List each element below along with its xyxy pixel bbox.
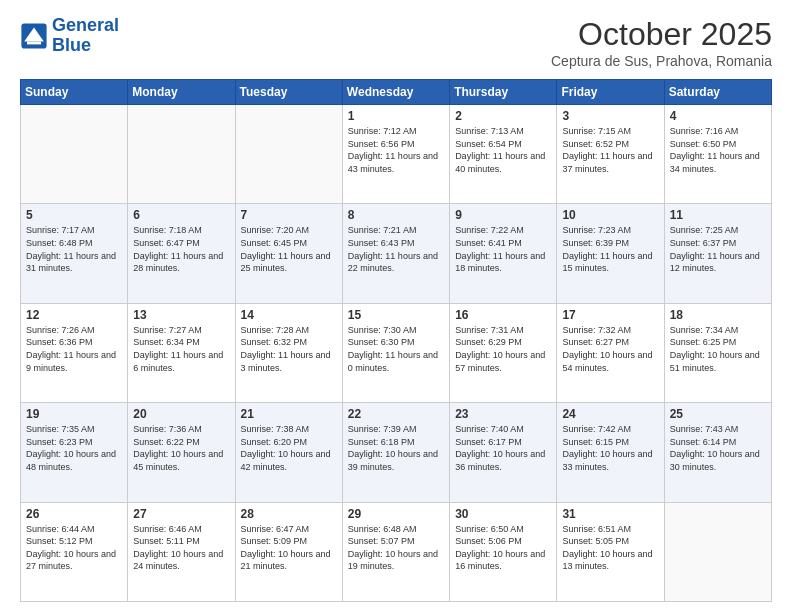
day-cell-31: 31Sunrise: 6:51 AM Sunset: 5:05 PM Dayli…	[557, 502, 664, 601]
day-cell-30: 30Sunrise: 6:50 AM Sunset: 5:06 PM Dayli…	[450, 502, 557, 601]
day-cell-7: 7Sunrise: 7:20 AM Sunset: 6:45 PM Daylig…	[235, 204, 342, 303]
day-cell-23: 23Sunrise: 7:40 AM Sunset: 6:17 PM Dayli…	[450, 403, 557, 502]
day-cell-18: 18Sunrise: 7:34 AM Sunset: 6:25 PM Dayli…	[664, 303, 771, 402]
day-number: 1	[348, 109, 444, 123]
day-number: 6	[133, 208, 229, 222]
day-number: 12	[26, 308, 122, 322]
day-cell-17: 17Sunrise: 7:32 AM Sunset: 6:27 PM Dayli…	[557, 303, 664, 402]
day-cell-21: 21Sunrise: 7:38 AM Sunset: 6:20 PM Dayli…	[235, 403, 342, 502]
day-info: Sunrise: 6:48 AM Sunset: 5:07 PM Dayligh…	[348, 523, 444, 573]
logo-general: General	[52, 15, 119, 35]
day-cell-28: 28Sunrise: 6:47 AM Sunset: 5:09 PM Dayli…	[235, 502, 342, 601]
weekday-header-saturday: Saturday	[664, 80, 771, 105]
day-info: Sunrise: 7:40 AM Sunset: 6:17 PM Dayligh…	[455, 423, 551, 473]
day-info: Sunrise: 7:18 AM Sunset: 6:47 PM Dayligh…	[133, 224, 229, 274]
day-cell-2: 2Sunrise: 7:13 AM Sunset: 6:54 PM Daylig…	[450, 105, 557, 204]
day-info: Sunrise: 7:12 AM Sunset: 6:56 PM Dayligh…	[348, 125, 444, 175]
calendar-table: SundayMondayTuesdayWednesdayThursdayFrid…	[20, 79, 772, 602]
day-cell-3: 3Sunrise: 7:15 AM Sunset: 6:52 PM Daylig…	[557, 105, 664, 204]
day-info: Sunrise: 7:32 AM Sunset: 6:27 PM Dayligh…	[562, 324, 658, 374]
empty-cell	[235, 105, 342, 204]
day-info: Sunrise: 7:30 AM Sunset: 6:30 PM Dayligh…	[348, 324, 444, 374]
week-row-2: 5Sunrise: 7:17 AM Sunset: 6:48 PM Daylig…	[21, 204, 772, 303]
header: General Blue October 2025 Ceptura de Sus…	[20, 16, 772, 69]
day-number: 8	[348, 208, 444, 222]
day-info: Sunrise: 7:15 AM Sunset: 6:52 PM Dayligh…	[562, 125, 658, 175]
day-cell-16: 16Sunrise: 7:31 AM Sunset: 6:29 PM Dayli…	[450, 303, 557, 402]
day-info: Sunrise: 7:36 AM Sunset: 6:22 PM Dayligh…	[133, 423, 229, 473]
day-info: Sunrise: 7:34 AM Sunset: 6:25 PM Dayligh…	[670, 324, 766, 374]
day-number: 25	[670, 407, 766, 421]
day-number: 5	[26, 208, 122, 222]
day-cell-5: 5Sunrise: 7:17 AM Sunset: 6:48 PM Daylig…	[21, 204, 128, 303]
day-info: Sunrise: 7:39 AM Sunset: 6:18 PM Dayligh…	[348, 423, 444, 473]
day-cell-13: 13Sunrise: 7:27 AM Sunset: 6:34 PM Dayli…	[128, 303, 235, 402]
empty-cell	[128, 105, 235, 204]
day-cell-26: 26Sunrise: 6:44 AM Sunset: 5:12 PM Dayli…	[21, 502, 128, 601]
day-info: Sunrise: 7:16 AM Sunset: 6:50 PM Dayligh…	[670, 125, 766, 175]
weekday-header-row: SundayMondayTuesdayWednesdayThursdayFrid…	[21, 80, 772, 105]
day-number: 30	[455, 507, 551, 521]
day-info: Sunrise: 7:42 AM Sunset: 6:15 PM Dayligh…	[562, 423, 658, 473]
day-cell-24: 24Sunrise: 7:42 AM Sunset: 6:15 PM Dayli…	[557, 403, 664, 502]
page: General Blue October 2025 Ceptura de Sus…	[0, 0, 792, 612]
day-info: Sunrise: 7:28 AM Sunset: 6:32 PM Dayligh…	[241, 324, 337, 374]
day-number: 19	[26, 407, 122, 421]
day-info: Sunrise: 7:38 AM Sunset: 6:20 PM Dayligh…	[241, 423, 337, 473]
day-cell-20: 20Sunrise: 7:36 AM Sunset: 6:22 PM Dayli…	[128, 403, 235, 502]
day-number: 14	[241, 308, 337, 322]
day-cell-15: 15Sunrise: 7:30 AM Sunset: 6:30 PM Dayli…	[342, 303, 449, 402]
day-number: 20	[133, 407, 229, 421]
svg-rect-2	[27, 41, 41, 44]
day-number: 3	[562, 109, 658, 123]
day-cell-4: 4Sunrise: 7:16 AM Sunset: 6:50 PM Daylig…	[664, 105, 771, 204]
day-number: 21	[241, 407, 337, 421]
day-number: 13	[133, 308, 229, 322]
day-info: Sunrise: 7:22 AM Sunset: 6:41 PM Dayligh…	[455, 224, 551, 274]
day-number: 26	[26, 507, 122, 521]
weekday-header-thursday: Thursday	[450, 80, 557, 105]
day-info: Sunrise: 7:35 AM Sunset: 6:23 PM Dayligh…	[26, 423, 122, 473]
logo-text: General Blue	[52, 16, 119, 56]
day-cell-14: 14Sunrise: 7:28 AM Sunset: 6:32 PM Dayli…	[235, 303, 342, 402]
day-info: Sunrise: 7:27 AM Sunset: 6:34 PM Dayligh…	[133, 324, 229, 374]
day-number: 22	[348, 407, 444, 421]
day-info: Sunrise: 7:13 AM Sunset: 6:54 PM Dayligh…	[455, 125, 551, 175]
empty-cell	[664, 502, 771, 601]
day-number: 11	[670, 208, 766, 222]
day-number: 10	[562, 208, 658, 222]
day-number: 9	[455, 208, 551, 222]
day-cell-9: 9Sunrise: 7:22 AM Sunset: 6:41 PM Daylig…	[450, 204, 557, 303]
logo-blue: Blue	[52, 35, 91, 55]
day-cell-11: 11Sunrise: 7:25 AM Sunset: 6:37 PM Dayli…	[664, 204, 771, 303]
day-info: Sunrise: 6:50 AM Sunset: 5:06 PM Dayligh…	[455, 523, 551, 573]
day-number: 16	[455, 308, 551, 322]
day-cell-22: 22Sunrise: 7:39 AM Sunset: 6:18 PM Dayli…	[342, 403, 449, 502]
day-number: 23	[455, 407, 551, 421]
weekday-header-wednesday: Wednesday	[342, 80, 449, 105]
day-number: 31	[562, 507, 658, 521]
location: Ceptura de Sus, Prahova, Romania	[551, 53, 772, 69]
day-number: 24	[562, 407, 658, 421]
day-cell-27: 27Sunrise: 6:46 AM Sunset: 5:11 PM Dayli…	[128, 502, 235, 601]
day-cell-12: 12Sunrise: 7:26 AM Sunset: 6:36 PM Dayli…	[21, 303, 128, 402]
weekday-header-sunday: Sunday	[21, 80, 128, 105]
day-info: Sunrise: 6:46 AM Sunset: 5:11 PM Dayligh…	[133, 523, 229, 573]
day-info: Sunrise: 6:44 AM Sunset: 5:12 PM Dayligh…	[26, 523, 122, 573]
weekday-header-tuesday: Tuesday	[235, 80, 342, 105]
day-cell-6: 6Sunrise: 7:18 AM Sunset: 6:47 PM Daylig…	[128, 204, 235, 303]
day-info: Sunrise: 7:26 AM Sunset: 6:36 PM Dayligh…	[26, 324, 122, 374]
day-number: 2	[455, 109, 551, 123]
day-number: 17	[562, 308, 658, 322]
logo-icon	[20, 22, 48, 50]
week-row-1: 1Sunrise: 7:12 AM Sunset: 6:56 PM Daylig…	[21, 105, 772, 204]
week-row-5: 26Sunrise: 6:44 AM Sunset: 5:12 PM Dayli…	[21, 502, 772, 601]
day-number: 29	[348, 507, 444, 521]
day-info: Sunrise: 6:51 AM Sunset: 5:05 PM Dayligh…	[562, 523, 658, 573]
empty-cell	[21, 105, 128, 204]
day-number: 18	[670, 308, 766, 322]
day-number: 27	[133, 507, 229, 521]
day-number: 4	[670, 109, 766, 123]
month-title: October 2025	[551, 16, 772, 53]
day-info: Sunrise: 7:31 AM Sunset: 6:29 PM Dayligh…	[455, 324, 551, 374]
